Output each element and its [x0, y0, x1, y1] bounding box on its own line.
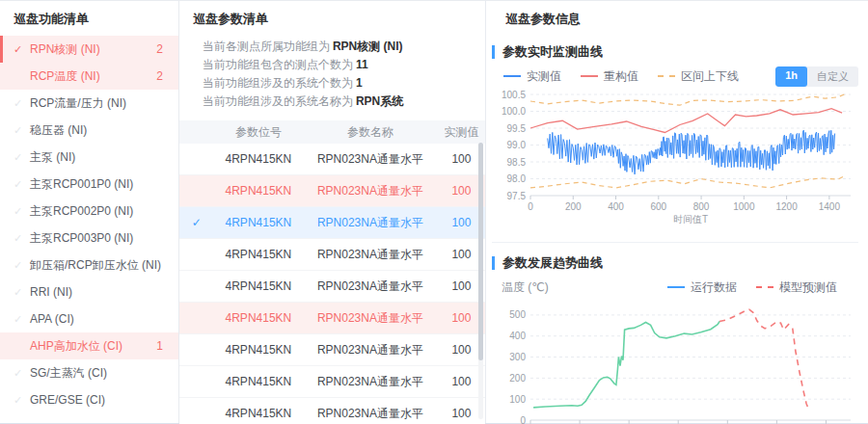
function-list-item[interactable]: ✓APA (CI): [0, 305, 178, 332]
section-accent-bar: [492, 256, 495, 270]
parameter-table: 参数位号参数名称实测值 ✓4RPN415KNRPN023NA通量水平100✓4R…: [179, 120, 485, 424]
legend-item[interactable]: 实测值: [503, 68, 561, 85]
trend-chart-svg[interactable]: 0100200300400500050000100000150002000025…: [496, 295, 858, 424]
parameter-name: RPN023NA通量水平: [303, 151, 438, 168]
function-list-item[interactable]: ✓SG/主蒸汽 (CI): [0, 359, 178, 386]
realtime-chart-title: 参数实时监测曲线: [502, 43, 603, 61]
parameter-table-header: 参数位号参数名称实测值: [179, 120, 485, 144]
function-list-item[interactable]: ✓稳压器 (NI): [0, 117, 178, 144]
legend-item[interactable]: 模型预测值: [756, 279, 837, 296]
trend-chart[interactable]: 0100200300400500050000100000150002000025…: [492, 295, 858, 424]
summary-line: 当前功能组涉及的系统名称为RPN系统: [203, 93, 485, 111]
svg-text:400: 400: [509, 331, 526, 341]
svg-text:200: 200: [565, 201, 582, 212]
function-label: 主泵RCP001P0 (NI): [30, 176, 133, 193]
summary-line: 当前功能组涉及的系统个数为1: [203, 74, 485, 93]
table-scrollbar[interactable]: [478, 143, 483, 419]
parameter-row[interactable]: ✓4RPN415KNRPN023NA通量水平100: [179, 175, 485, 207]
parameter-row[interactable]: ✓4RPN415KNRPN023NA通量水平100: [179, 239, 485, 271]
function-group-summary: 当前各测点所属功能组为RPN核测 (NI)当前功能组包含的测点个数为11当前功能…: [179, 38, 485, 111]
row-check-icon: ✓: [179, 248, 214, 261]
svg-text:97.5: 97.5: [507, 191, 527, 201]
parameter-tag: 4RPN415KN: [214, 407, 303, 420]
trend-meta-row: 温度 (℃) 运行数据模型预测值: [492, 276, 858, 295]
parameter-tag: 4RPN415KN: [214, 279, 303, 293]
predicted-line: [719, 309, 808, 409]
legend-item[interactable]: 运行数据: [667, 279, 737, 296]
check-icon: ✓: [14, 151, 30, 164]
function-list-title: 巡盘功能清单: [0, 1, 178, 32]
parameter-name: RPN023NA通量水平: [303, 374, 438, 390]
measured-line: [548, 130, 835, 174]
legend-label: 实测值: [527, 68, 561, 85]
row-check-icon: ✓: [179, 311, 214, 325]
legend-line-swatch: [756, 286, 773, 288]
alert-count-badge: 2: [156, 42, 163, 56]
parameter-tag: 4RPN415KN: [214, 375, 303, 388]
trend-legend: 运行数据模型预测值: [667, 279, 856, 296]
function-list-item[interactable]: ✓主泵RCP003P0 (NI): [0, 225, 178, 252]
svg-text:98.0: 98.0: [507, 173, 527, 184]
function-list-item[interactable]: ✓RCP温度 (NI)2: [0, 63, 178, 90]
svg-text:100: 100: [509, 394, 526, 405]
svg-text:100.5: 100.5: [502, 90, 526, 100]
function-list-item[interactable]: ✓RPN核测 (NI)2: [0, 36, 178, 63]
function-label: RRI (NI): [30, 285, 72, 299]
parameter-tag: 4RPN415KN: [214, 311, 303, 325]
svg-text:98.5: 98.5: [507, 157, 527, 168]
legend-item[interactable]: 重构值: [581, 68, 638, 85]
parameter-name: RPN023NA通量水平: [303, 247, 438, 263]
parameter-row[interactable]: ✓4RPN415KNRPN023NA通量水平100: [179, 398, 485, 424]
function-list-item[interactable]: ✓卸压箱/RCP卸压水位 (NI): [0, 252, 178, 278]
parameter-tag: 4RPN415KN: [214, 343, 303, 357]
function-list-item[interactable]: ✓主泵 (NI): [0, 144, 178, 171]
parameter-row[interactable]: ✓4RPN415KNRPN023NA通量水平100: [179, 334, 485, 366]
parameter-row[interactable]: ✓4RPN415KNRPN023NA通量水平100: [179, 271, 485, 303]
range-button-自定义[interactable]: 自定义: [807, 66, 858, 87]
svg-text:1400: 1400: [819, 201, 841, 212]
section-divider: [492, 242, 858, 243]
parameter-row[interactable]: ✓4RPN415KNRPN023NA通量水平100: [179, 303, 485, 334]
realtime-chart[interactable]: 97.598.098.599.099.5100.0100.50200400600…: [492, 88, 858, 236]
legend-label: 重构值: [604, 68, 638, 85]
check-icon: ✓: [14, 205, 30, 218]
row-check-icon: ✓: [179, 375, 214, 388]
parameter-row[interactable]: ✓4RPN415KNRPN023NA通量水平100: [179, 144, 485, 175]
svg-text:600: 600: [650, 201, 666, 212]
function-list-item[interactable]: ✓RCP流量/压力 (NI): [0, 90, 178, 117]
svg-text:0: 0: [528, 201, 533, 212]
realtime-chart-svg[interactable]: 97.598.098.599.099.5100.0100.50200400600…: [496, 88, 858, 232]
parameter-name: RPN023NA通量水平: [303, 310, 438, 327]
function-list-item[interactable]: ✓GRE/GSE (CI): [0, 386, 178, 413]
parameter-list-title: 巡盘参数清单: [179, 1, 485, 32]
check-icon: ✓: [14, 313, 30, 326]
function-list-item[interactable]: ✓AHP高加水位 (CI)1: [0, 332, 178, 359]
parameter-row[interactable]: ✓4RPN415KNRPN023NA通量水平100: [179, 366, 485, 398]
reconstructed-line: [530, 109, 842, 133]
check-icon: ✓: [14, 97, 30, 110]
function-list-item[interactable]: ✓主泵RCP002P0 (NI): [0, 198, 178, 225]
legend-line-swatch: [667, 286, 685, 288]
table-scrollbar-thumb[interactable]: [478, 143, 483, 360]
trend-chart-title: 参数发展趋势曲线: [502, 254, 603, 272]
parameter-tag: 4RPN415KN: [214, 216, 303, 229]
check-icon: ✓: [14, 124, 30, 137]
check-icon: ✓: [14, 367, 30, 380]
function-list-item[interactable]: ✓RRI (NI): [0, 278, 178, 305]
svg-text:300: 300: [509, 352, 526, 362]
parameter-row[interactable]: ✓4RPN415KNRPN023NA通量水平100: [179, 207, 485, 239]
legend-item[interactable]: 区间上下线: [658, 68, 739, 85]
legend-line-swatch: [581, 75, 598, 77]
function-label: RCP流量/压力 (NI): [30, 95, 126, 112]
range-button-1h[interactable]: 1h: [775, 66, 807, 87]
svg-text:800: 800: [693, 201, 710, 212]
parameter-name: RPN023NA通量水平: [303, 215, 438, 231]
parameter-info-title: 巡盘参数信息: [492, 1, 858, 32]
parameter-name: RPN023NA通量水平: [303, 342, 438, 358]
row-check-icon: ✓: [179, 279, 214, 293]
parameter-name: RPN023NA通量水平: [303, 278, 438, 295]
function-list-item[interactable]: ✓主泵RCP001P0 (NI): [0, 171, 178, 198]
legend-label: 模型预测值: [779, 279, 837, 296]
check-icon: ✓: [14, 232, 30, 245]
check-icon: ✓: [14, 394, 30, 407]
